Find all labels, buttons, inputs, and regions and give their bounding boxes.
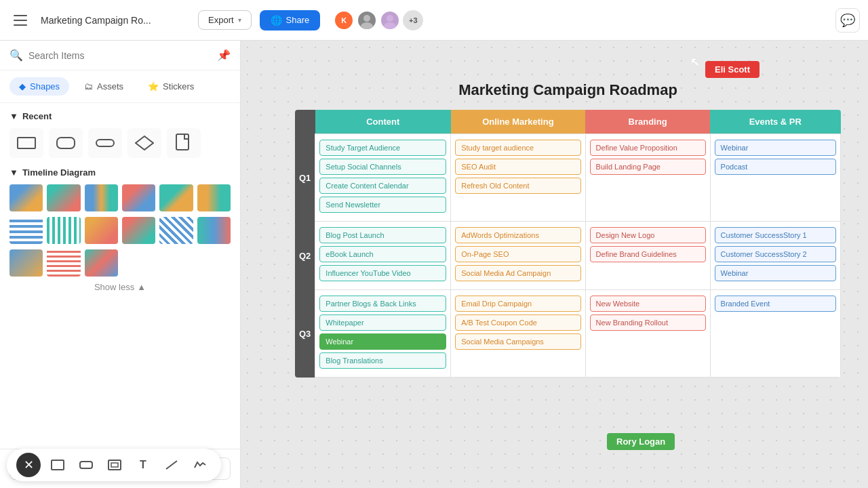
- shape-diamond[interactable]: [127, 128, 161, 158]
- avatar: [357, 10, 377, 30]
- doc-title: Marketing Campaign Ro...: [41, 15, 190, 26]
- timeline-thumb[interactable]: [159, 184, 193, 211]
- task-card[interactable]: Social Media Ad Campaign: [455, 265, 580, 281]
- task-card[interactable]: Branded Event: [715, 296, 836, 312]
- task-card[interactable]: Study Target Audience: [319, 140, 446, 156]
- show-less-button[interactable]: Show less ▲: [9, 282, 231, 292]
- tool-freehand[interactable]: [189, 453, 212, 476]
- timeline-thumb[interactable]: [197, 184, 231, 211]
- timeline-thumb[interactable]: [9, 184, 43, 211]
- tabs-row: ◆ Shapes 🗂 Assets ⭐ Stickers: [0, 70, 240, 103]
- timeline-thumb[interactable]: [85, 184, 118, 211]
- comment-icon: 💬: [840, 13, 855, 28]
- task-card[interactable]: On-Page SEO: [455, 246, 580, 262]
- svg-point-1: [361, 22, 373, 29]
- tab-stickers[interactable]: ⭐ Stickers: [138, 77, 203, 96]
- task-card[interactable]: New Branding Rollout: [590, 314, 706, 331]
- task-card[interactable]: Blog Post Launch: [319, 227, 446, 243]
- tool-frame[interactable]: [103, 453, 126, 476]
- topbar: Marketing Campaign Ro... Export ▾ 🌐 Shar…: [0, 0, 868, 41]
- task-card[interactable]: Create Content Calendar: [319, 178, 446, 194]
- timeline-section-header[interactable]: ▼ Timeline Diagram: [9, 167, 231, 178]
- svg-rect-4: [18, 138, 35, 148]
- timeline-thumb[interactable]: [122, 217, 155, 244]
- show-less-label: Show less: [94, 282, 134, 292]
- export-button[interactable]: Export ▾: [198, 10, 252, 30]
- task-card[interactable]: Define Brand Guidelines: [590, 246, 706, 262]
- task-card[interactable]: Setup Social Channels: [319, 159, 446, 175]
- q3-online-cell: Email Drip Campaign A/B Test Coupon Code…: [451, 290, 585, 378]
- row-label-q3: Q3: [295, 290, 315, 378]
- timeline-thumb[interactable]: [85, 249, 118, 277]
- task-card[interactable]: Influencer YouTube Video: [319, 265, 446, 281]
- tab-shapes[interactable]: ◆ Shapes: [9, 77, 69, 96]
- shape-pill[interactable]: [88, 128, 122, 158]
- task-card[interactable]: Study target audience: [455, 140, 580, 156]
- timeline-thumb[interactable]: [159, 217, 193, 244]
- tool-rounded-rect[interactable]: [75, 453, 98, 476]
- svg-rect-5: [57, 138, 75, 148]
- roadmap-title: Marketing Campaign Roadmap: [295, 81, 841, 99]
- search-input[interactable]: [28, 50, 212, 61]
- shape-rectangle[interactable]: [9, 128, 43, 158]
- task-card[interactable]: Customer SuccessStory 2: [715, 246, 836, 262]
- task-card[interactable]: Webinar: [715, 140, 836, 156]
- task-card[interactable]: Partner Blogs & Back Links: [319, 296, 446, 312]
- col-header-content: Content: [315, 110, 451, 134]
- task-card[interactable]: Design New Logo: [590, 227, 706, 243]
- row-label-q1: Q1: [295, 134, 315, 222]
- task-card[interactable]: SEO Audit: [455, 159, 580, 175]
- share-button[interactable]: 🌐 Share: [260, 10, 321, 30]
- task-card[interactable]: AdWords Optimizations: [455, 227, 580, 243]
- svg-rect-12: [111, 463, 118, 467]
- shape-rounded-rect[interactable]: [49, 128, 83, 158]
- task-card[interactable]: Social Media Campaigns: [455, 333, 580, 350]
- task-card[interactable]: A/B Test Coupon Code: [455, 314, 580, 331]
- task-card[interactable]: Blog Translations: [319, 352, 446, 369]
- timeline-thumb[interactable]: [197, 217, 231, 244]
- table-row: Q3 Partner Blogs & Back Links Whitepaper…: [295, 290, 841, 378]
- table-row: Q2 Blog Post Launch eBook Launch Influen…: [295, 222, 841, 290]
- timeline-thumb[interactable]: [122, 184, 155, 211]
- task-card[interactable]: Whitepaper: [319, 314, 446, 331]
- task-card[interactable]: Webinar: [319, 333, 446, 350]
- comment-button[interactable]: 💬: [835, 8, 860, 33]
- table-row: Q1 Study Target Audience Setup Social Ch…: [295, 134, 841, 222]
- timeline-thumb[interactable]: [85, 217, 118, 244]
- canvas-area[interactable]: ↖ Eli Scott Marketing Campaign Roadmap C…: [241, 41, 868, 488]
- timeline-thumb[interactable]: [9, 249, 43, 277]
- tab-assets[interactable]: 🗂 Assets: [75, 77, 133, 96]
- recent-label: Recent: [22, 111, 52, 121]
- timeline-thumb[interactable]: [47, 184, 80, 211]
- task-card[interactable]: Webinar: [715, 265, 836, 281]
- task-card[interactable]: Customer SuccessStory 1: [715, 227, 836, 243]
- pin-icon[interactable]: 📌: [217, 49, 231, 62]
- shape-doc[interactable]: [167, 128, 201, 158]
- tool-line[interactable]: [160, 453, 183, 476]
- timeline-section: ▼ Timeline Diagram: [9, 167, 231, 277]
- svg-point-0: [363, 15, 370, 22]
- task-card[interactable]: New Website: [590, 296, 706, 312]
- close-button[interactable]: ✕: [16, 453, 41, 477]
- q1-events-cell: Webinar Podcast: [710, 134, 840, 222]
- tool-rectangle[interactable]: [46, 453, 69, 476]
- task-card[interactable]: Refresh Old Content: [455, 178, 580, 194]
- task-card[interactable]: Define Value Proposition: [590, 140, 706, 156]
- task-card[interactable]: Build Landing Page: [590, 159, 706, 175]
- col-header-online: Online Marketing: [451, 110, 585, 134]
- tab-shapes-label: Shapes: [30, 81, 60, 92]
- recent-section-header[interactable]: ▼ Recent: [9, 111, 231, 121]
- timeline-thumb[interactable]: [9, 217, 43, 244]
- menu-button[interactable]: [8, 8, 33, 33]
- chevron-up-icon: ▲: [137, 282, 146, 292]
- tool-text[interactable]: T: [132, 453, 155, 476]
- task-card[interactable]: Email Drip Campaign: [455, 296, 580, 312]
- timeline-thumb[interactable]: [47, 217, 80, 244]
- close-icon: ✕: [24, 458, 34, 472]
- task-card[interactable]: Send Newsletter: [319, 197, 446, 213]
- roadmap-container: Marketing Campaign Roadmap Content Onlin…: [295, 81, 841, 378]
- task-card[interactable]: eBook Launch: [319, 246, 446, 262]
- svg-rect-6: [96, 140, 114, 146]
- task-card[interactable]: Podcast: [715, 159, 836, 175]
- timeline-thumb[interactable]: [47, 249, 80, 277]
